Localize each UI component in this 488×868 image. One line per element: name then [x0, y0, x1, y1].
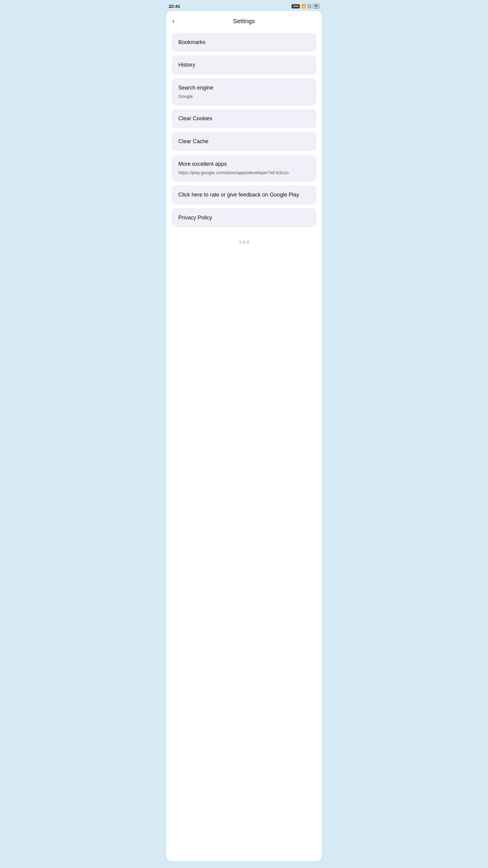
privacy-label: Privacy Policy: [178, 214, 310, 221]
version-text: 1.0.0: [166, 236, 322, 247]
status-icons: VPN 📶 x 90: [292, 4, 319, 8]
clear-cache-label: Clear Cache: [178, 138, 310, 145]
page-header: ‹ Settings: [166, 11, 322, 30]
settings-item-history[interactable]: History: [172, 56, 316, 74]
vpn-icon: VPN: [292, 4, 300, 8]
bookmarks-label: Bookmarks: [178, 39, 310, 46]
page-title: Settings: [233, 18, 255, 25]
content-area: ‹ Settings Bookmarks History Search engi…: [166, 11, 322, 861]
search-engine-label: Search engine: [178, 84, 310, 91]
back-button[interactable]: ‹: [172, 18, 174, 24]
more-apps-url: https://play.google.com/store/apps/devel…: [178, 169, 310, 176]
phone-container: 22:41 VPN 📶 x 90 ‹ Settings Bookmarks Hi…: [163, 0, 325, 868]
settings-item-search-engine[interactable]: Search engine Google: [172, 79, 316, 105]
settings-item-clear-cookies[interactable]: Clear Cookies: [172, 109, 316, 128]
settings-item-more-apps[interactable]: More excellent apps https://play.google.…: [172, 155, 316, 182]
x-icon: x: [307, 4, 312, 8]
clear-cookies-label: Clear Cookies: [178, 115, 310, 122]
wifi-icon: 📶: [301, 4, 306, 8]
search-engine-value: Google: [178, 93, 310, 99]
rate-label: Click here to rate or give feedback on G…: [178, 191, 310, 198]
history-label: History: [178, 61, 310, 68]
settings-item-rate[interactable]: Click here to rate or give feedback on G…: [172, 185, 316, 204]
settings-item-clear-cache[interactable]: Clear Cache: [172, 132, 316, 151]
settings-item-privacy[interactable]: Privacy Policy: [172, 208, 316, 227]
settings-item-bookmarks[interactable]: Bookmarks: [172, 33, 316, 52]
more-apps-label: More excellent apps: [178, 161, 310, 167]
status-time: 22:41: [169, 4, 180, 9]
status-bar: 22:41 VPN 📶 x 90: [163, 0, 325, 11]
settings-list: Bookmarks History Search engine Google C…: [166, 30, 322, 230]
battery-icon: 90: [313, 4, 319, 8]
